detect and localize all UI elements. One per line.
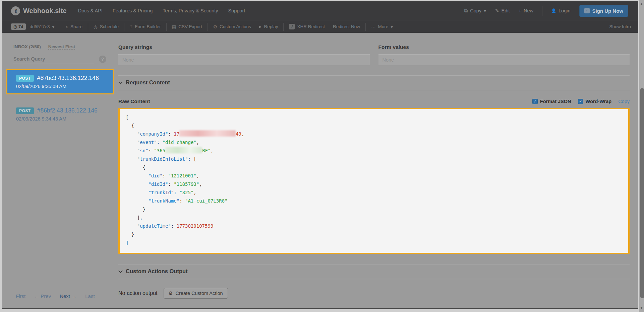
show-intro-link[interactable]: Show Intro [609,24,636,29]
nav-link-terms-privacy-security[interactable]: Terms, Privacy & Security [163,8,218,13]
gear-icon: ⚙ [169,291,173,296]
format-json-checkbox[interactable]: ✓ Format JSON [532,99,571,104]
xhr-redirect-button[interactable]: ↗ XHR Redirect [285,24,329,29]
play-icon: ▶ [259,25,262,28]
request-content-header[interactable]: Request Content [118,75,630,90]
redirect-now-button[interactable]: Redirect Now [329,24,364,29]
person-icon: 👤 [551,8,556,13]
form-values-empty: None [378,54,630,65]
search-query-input[interactable] [13,55,94,63]
vertical-scrollbar[interactable]: ▲ ▼ [638,0,644,312]
custom-actions-output-body: No action output ⚙ Create Custom Action [118,288,630,299]
form-values-section: Form values None [378,44,630,65]
create-custom-action-button[interactable]: ⚙ Create Custom Action [164,288,228,299]
checkbox-checked-icon: ✓ [578,99,583,104]
navbar-links: Docs & API Features & Pricing Terms, Pri… [78,8,245,13]
navbar-divider [542,6,542,16]
share-icon: ⪪ [65,24,68,29]
toolbar-separator [124,23,124,31]
nav-link-docs-api[interactable]: Docs & API [78,8,103,13]
toolbar-separator [365,23,366,31]
raw-content-code[interactable]: [ { "companyId": 1749, "event": "did_cha… [118,108,630,254]
request-timestamp: 02/09/2026 9:35:08 AM [16,84,109,89]
toolbar-separator [88,23,88,31]
schedule-button[interactable]: ◷ Schedule [90,24,123,29]
copy-dropdown-button[interactable]: ⧉ Copy ▾ [464,8,486,14]
chevron-down-icon [118,80,123,84]
inbox-count-label: INBOX (2/50) [13,44,41,49]
pagination-prev[interactable]: ← Prev [34,293,51,299]
query-strings-section: Query strings None [118,44,370,65]
inbox-header: INBOX (2/50) Newest First [2,44,116,50]
replay-button[interactable]: ▶ Replay [255,24,282,29]
url-toolbar: ◷ 7d dd5517e3 ▾ ⪪ Share ◷ Schedule ⌶ For… [2,20,642,33]
custom-actions-output-header[interactable]: Custom Actions Output [118,264,630,279]
custom-actions-button[interactable]: ⚙ Custom Actions [209,24,255,29]
pagination-next[interactable]: Next → [60,293,76,299]
more-dropdown[interactable]: ⋯ More ▾ [367,24,397,29]
xhr-redirect-icon: ↗ [289,24,295,29]
share-button[interactable]: ⪪ Share [61,24,86,29]
search-row: ? [13,55,106,63]
pagination: First ← Prev Next → Last [2,293,116,308]
sign-up-icon: ↑ [584,8,590,13]
brand-home-link[interactable]: (( Webhook.site [11,6,67,15]
request-id-and-ip: #86bf2 43.136.122.146 [37,107,98,114]
file-icon: ▤ [172,24,176,29]
toolbar-separator [60,23,60,31]
request-detail-panel: Query strings None Form values None Requ… [116,33,642,308]
caret-down-icon: ▾ [52,24,55,29]
no-action-output-label: No action output [118,290,158,296]
raw-content-controls: ✓ Format JSON ✓ Word-Wrap Copy [532,99,630,104]
webhook-site-window: (( Webhook.site Docs & API Features & Pr… [2,1,642,309]
sort-order-link[interactable]: Newest First [48,44,75,50]
method-badge: POST [16,107,34,114]
navbar-actions: ⧉ Copy ▾ ✎ Edit + New [464,8,533,14]
navbar-right: ⧉ Copy ▾ ✎ Edit + New 👤 L [464,5,628,17]
expiry-badge: ◷ 7d [11,23,26,30]
sign-up-now-button[interactable]: ↑ Sign Up Now [579,5,629,17]
brand-label: Webhook.site [23,7,67,15]
toolbar-separator [166,23,167,31]
edit-button[interactable]: ✎ Edit [495,8,510,13]
nav-link-features-pricing[interactable]: Features & Pricing [113,8,153,13]
content-area: INBOX (2/50) Newest First ? POST #87bc3 … [2,33,642,308]
method-badge: POST [16,75,34,82]
toolbar-separator [283,23,284,31]
token-dropdown[interactable]: dd5517e3 ▾ [26,24,59,29]
raw-content-title: Raw Content [118,98,532,104]
toolbar-separator [208,23,208,31]
browser-frame: (( Webhook.site Docs & API Features & Pr… [0,0,644,312]
scrollbar-thumb[interactable] [640,88,644,298]
query-form-row: Query strings None Form values None [118,44,630,65]
csv-export-button[interactable]: ▤ CSV Export [168,24,206,29]
webhook-site-logo-icon: (( [11,6,20,15]
copy-raw-content-link[interactable]: Copy [618,99,630,104]
word-wrap-checkbox[interactable]: ✓ Word-Wrap [578,99,612,104]
pagination-last[interactable]: Last [85,293,95,299]
checkbox-checked-icon: ✓ [532,99,538,104]
navbar-left: (( Webhook.site Docs & API Features & Pr… [11,6,245,15]
nav-link-support[interactable]: Support [228,8,245,13]
gear-icon: ⚙ [213,24,217,29]
scroll-down-arrow-icon[interactable]: ▼ [640,305,643,311]
pagination-first[interactable]: First [16,293,25,299]
request-list-item[interactable]: POST #86bf2 43.136.122.146 02/09/2026 9:… [6,102,114,127]
search-help-icon[interactable]: ? [99,56,106,63]
form-builder-button[interactable]: ⌶ Form Builder [126,24,165,29]
login-button[interactable]: 👤 Login [551,8,570,13]
raw-content-header: Raw Content ✓ Format JSON ✓ Word-Wrap Co… [118,98,630,104]
scroll-up-arrow-icon[interactable]: ▲ [640,1,643,7]
ellipsis-icon: ⋯ [371,24,376,29]
request-timestamp: 02/09/2026 9:34:43 AM [16,116,109,122]
request-item-header: POST #87bc3 43.136.122.146 [16,75,109,82]
request-list-item-selected[interactable]: POST #87bc3 43.136.122.146 02/09/2026 9:… [6,69,114,94]
caret-down-icon: ▾ [484,8,486,13]
plus-icon: + [519,8,521,13]
form-values-title: Form values [378,44,630,50]
new-button[interactable]: + New [519,8,533,13]
query-strings-title: Query strings [118,44,370,50]
clock-icon: ◷ [94,24,98,29]
request-list: POST #87bc3 43.136.122.146 02/09/2026 9:… [2,69,116,134]
caret-down-icon: ▾ [391,24,393,29]
